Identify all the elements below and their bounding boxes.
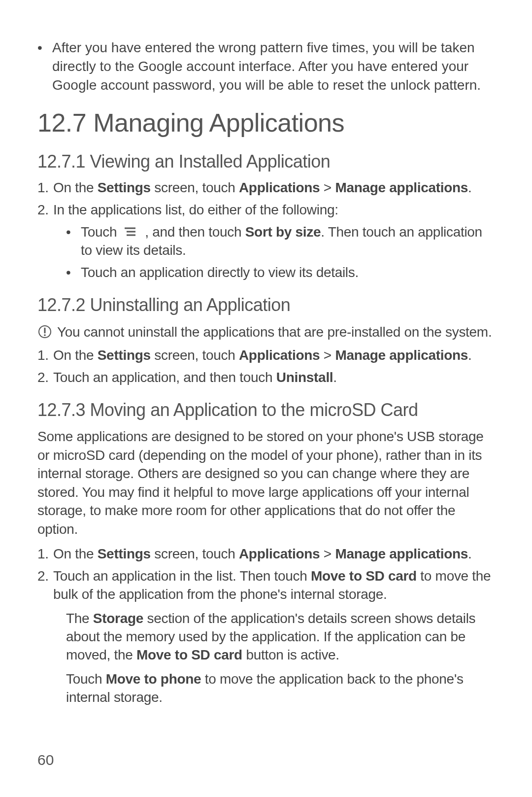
bullet-item: • Touch , and then touch Sort by size. T… xyxy=(66,223,495,260)
text-run: screen, touch xyxy=(151,546,239,561)
step-number: 2. xyxy=(37,201,53,219)
step-number: 2. xyxy=(37,369,53,387)
bullet-item: • Touch an application directly to view … xyxy=(66,264,495,282)
subsection-heading-12-7-3: 12.7.3 Moving an Application to the micr… xyxy=(37,400,495,420)
bold-sort-by-size: Sort by size xyxy=(245,224,321,240)
alert-icon xyxy=(37,323,57,339)
svg-point-5 xyxy=(44,334,46,336)
text-run: > xyxy=(320,347,335,363)
bold-move-to-phone: Move to phone xyxy=(106,671,201,687)
step-text: Touch an application in the list. Then t… xyxy=(53,567,495,604)
bold-applications: Applications xyxy=(239,347,320,363)
step-1: 1. On the Settings screen, touch Applica… xyxy=(37,347,495,365)
paragraph: Some applications are designed to be sto… xyxy=(37,427,495,538)
text-run: Touch an application in the list. Then t… xyxy=(53,568,311,584)
note-block: You cannot uninstall the applications th… xyxy=(37,323,495,342)
step-2: 2. Touch an application in the list. The… xyxy=(37,567,495,604)
bullet-text: Touch an application directly to view it… xyxy=(81,264,495,282)
bullet-text: Touch , and then touch Sort by size. The… xyxy=(81,223,495,260)
text-run: . xyxy=(468,347,471,363)
subsection-heading-12-7-1: 12.7.1 Viewing an Installed Application xyxy=(37,151,495,172)
text-run: screen, touch xyxy=(151,347,239,363)
subsection-heading-12-7-2: 12.7.2 Uninstalling an Application xyxy=(37,295,495,315)
text-run: screen, touch xyxy=(151,180,239,195)
step-text: Touch an application, and then touch Uni… xyxy=(53,369,495,387)
menu-icon xyxy=(124,226,138,237)
text-run: > xyxy=(320,180,335,195)
step-number: 1. xyxy=(37,347,53,365)
bold-applications: Applications xyxy=(239,180,320,195)
step-1: 1. On the Settings screen, touch Applica… xyxy=(37,545,495,563)
step-text: On the Settings screen, touch Applicatio… xyxy=(53,347,495,365)
text-run: . xyxy=(468,180,471,195)
step-1: 1. On the Settings screen, touch Applica… xyxy=(37,179,495,197)
indented-paragraph: Touch Move to phone to move the applicat… xyxy=(66,670,495,707)
text-run: . xyxy=(468,546,471,561)
step-2: 2. In the applications list, do either o… xyxy=(37,201,495,219)
bullet-dot: • xyxy=(37,38,52,94)
text-run: Touch xyxy=(81,224,121,240)
bullet-dot: • xyxy=(66,223,81,260)
page-number: 60 xyxy=(37,752,54,768)
bold-applications: Applications xyxy=(239,546,320,561)
text-run: . xyxy=(333,370,336,385)
text-run: button is active. xyxy=(242,647,339,662)
step-number: 2. xyxy=(37,567,53,604)
nested-bullet-list: • Touch , and then touch Sort by size. T… xyxy=(66,223,495,282)
step-number: 1. xyxy=(37,179,53,197)
text-run: , and then touch xyxy=(145,224,245,240)
step-text: On the Settings screen, touch Applicatio… xyxy=(53,179,495,197)
document-page: • After you have entered the wrong patte… xyxy=(0,0,532,797)
note-text: You cannot uninstall the applications th… xyxy=(57,323,495,342)
bold-manage-applications: Manage applications xyxy=(335,180,468,195)
bold-move-to-sd-card: Move to SD card xyxy=(311,568,417,584)
section-heading-12-7: 12.7 Managing Applications xyxy=(37,108,495,138)
text-run: > xyxy=(320,546,335,561)
bold-move-to-sd-card: Move to SD card xyxy=(136,647,242,662)
bold-uninstall: Uninstall xyxy=(276,370,333,385)
text-run: The xyxy=(66,611,93,626)
text-run: On the xyxy=(53,347,98,363)
bold-manage-applications: Manage applications xyxy=(335,546,468,561)
bold-manage-applications: Manage applications xyxy=(335,347,468,363)
bold-storage: Storage xyxy=(93,611,143,626)
text-run: On the xyxy=(53,180,98,195)
text-run: Touch an application, and then touch xyxy=(53,370,276,385)
step-2: 2. Touch an application, and then touch … xyxy=(37,369,495,387)
bold-settings: Settings xyxy=(98,546,151,561)
step-text: In the applications list, do either of t… xyxy=(53,201,495,219)
step-text: On the Settings screen, touch Applicatio… xyxy=(53,545,495,563)
text-run: On the xyxy=(53,546,98,561)
indented-paragraph: The Storage section of the application's… xyxy=(66,610,495,664)
step-number: 1. xyxy=(37,545,53,563)
bullet-dot: • xyxy=(66,264,81,282)
bold-settings: Settings xyxy=(98,347,151,363)
bullet-text: After you have entered the wrong pattern… xyxy=(52,38,495,94)
bold-settings: Settings xyxy=(98,180,151,195)
text-run: Touch xyxy=(66,671,106,687)
bullet-item: • After you have entered the wrong patte… xyxy=(37,38,495,94)
